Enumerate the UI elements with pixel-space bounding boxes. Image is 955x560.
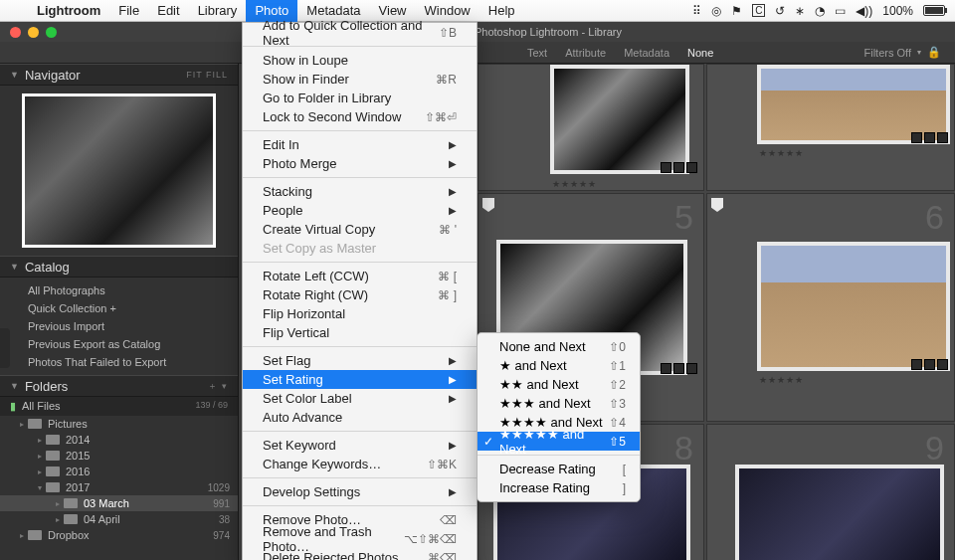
lock-icon[interactable]: 🔒 — [927, 46, 941, 59]
catalog-item[interactable]: Previous Import — [0, 317, 238, 335]
zoom-icon[interactable] — [46, 27, 57, 38]
folder-row[interactable]: ▸2014 — [0, 432, 238, 448]
menu-item[interactable]: Stacking▶ — [243, 182, 477, 201]
volume-icon[interactable]: ◀)) — [856, 4, 872, 18]
thumb-badges[interactable] — [911, 359, 948, 370]
filter-none[interactable]: None — [687, 47, 713, 59]
menu-item[interactable]: Flip Vertical — [243, 323, 477, 342]
disclosure-icon[interactable]: ▸ — [38, 452, 42, 461]
folder-row[interactable]: ▸Pictures — [0, 416, 238, 432]
folder-row[interactable]: ▸03 March991 — [0, 495, 238, 511]
grid-cell[interactable]: ★★★★★ — [706, 64, 955, 191]
disclosure-icon[interactable]: ▸ — [38, 436, 42, 445]
wifi-icon[interactable]: ◔ — [815, 4, 825, 18]
display-icon[interactable]: ▭ — [835, 4, 846, 18]
dropbox-icon[interactable]: ⠿ — [692, 4, 701, 18]
menu-item[interactable]: Rotate Left (CCW)⌘ [ — [243, 267, 477, 285]
navigator-preview[interactable] — [22, 93, 216, 248]
battery-icon[interactable] — [923, 5, 945, 16]
navigator-panel-header[interactable]: ▼ Navigator FIT FILL — [0, 64, 238, 86]
grid-cell[interactable]: 9 — [706, 424, 955, 560]
submenu-item[interactable]: None and Next⇧0 — [478, 337, 640, 356]
menu-item[interactable]: Rotate Right (CW)⌘ ] — [243, 285, 477, 304]
c-icon[interactable]: C — [752, 4, 765, 17]
folder-row[interactable]: ▸Dropbox974 — [0, 527, 238, 543]
disclosure-icon[interactable]: ▾ — [38, 483, 42, 492]
folder-row[interactable]: ▸2015 — [0, 448, 238, 464]
menu-item[interactable]: Set Flag▶ — [243, 351, 477, 370]
volume-all-files[interactable]: ▮ All Files 139 / 69 — [0, 397, 238, 416]
filter-text[interactable]: Text — [527, 47, 547, 59]
submenu-item[interactable]: ★ and Next⇧1 — [478, 356, 640, 375]
filters-off-label[interactable]: Filters Off — [864, 47, 911, 59]
menu-item[interactable]: Set Keyword▶ — [243, 436, 477, 455]
catalog-panel-header[interactable]: ▼ Catalog — [0, 256, 238, 278]
disclosure-icon[interactable]: ▸ — [38, 467, 42, 476]
flag-icon[interactable] — [711, 198, 723, 212]
flame-icon[interactable]: ⚑ — [731, 4, 742, 18]
close-icon[interactable] — [10, 27, 21, 38]
menu-file[interactable]: File — [109, 0, 148, 22]
folder-row[interactable]: ▾20171029 — [0, 479, 238, 495]
catalog-item[interactable]: All Photographs — [0, 281, 238, 299]
menu-help[interactable]: Help — [479, 0, 524, 22]
menu-item[interactable]: Remove and Trash Photo…⌥⇧⌘⌫ — [243, 529, 477, 548]
menu-item[interactable]: Show in Loupe — [243, 51, 477, 70]
bluetooth-icon[interactable]: ∗ — [795, 4, 805, 18]
filter-metadata[interactable]: Metadata — [624, 47, 669, 59]
menu-item[interactable]: Photo Merge▶ — [243, 154, 477, 173]
menu-library[interactable]: Library — [189, 0, 247, 22]
catalog-item[interactable]: Quick Collection + — [0, 299, 238, 317]
flag-icon[interactable] — [482, 198, 494, 212]
cc-icon[interactable]: ◎ — [711, 4, 721, 18]
thumb-badges[interactable] — [661, 162, 697, 173]
menu-item[interactable]: Go to Folder in Library — [243, 89, 477, 107]
app-name[interactable]: Lightroom — [28, 3, 109, 18]
panel-collapse-handle[interactable] — [0, 328, 10, 368]
minimize-icon[interactable] — [28, 27, 39, 38]
disclosure-icon[interactable]: ▸ — [20, 531, 24, 540]
grid-cell[interactable]: ★★★★★ — [478, 64, 704, 191]
menu-item[interactable]: Edit In▶ — [243, 135, 477, 154]
thumbnail[interactable] — [735, 465, 944, 560]
filter-attribute[interactable]: Attribute — [565, 47, 606, 59]
timemachine-icon[interactable]: ↺ — [775, 4, 785, 18]
folder-row[interactable]: ▸2016 — [0, 464, 238, 479]
menu-item[interactable]: Change Keywords…⇧⌘K — [243, 455, 477, 473]
grid-cell[interactable]: 6★★★★★ — [706, 193, 955, 422]
submenu-item[interactable]: ★★★ and Next⇧3 — [478, 394, 640, 413]
folder-row[interactable]: ▸04 April38 — [0, 511, 238, 527]
menu-item[interactable]: Add to Quick Collection and Next⇧B — [243, 23, 477, 42]
add-icon[interactable]: ＋ ▾ — [208, 380, 228, 393]
menu-item[interactable]: Lock to Second Window⇧⌘⏎ — [243, 107, 477, 126]
submenu-item[interactable]: ★★★★★ and Next⇧5 — [478, 432, 640, 451]
rating-stars[interactable]: ★★★★★ — [759, 148, 804, 158]
catalog-item[interactable]: Previous Export as Catalog — [0, 335, 238, 353]
menu-item[interactable]: Create Virtual Copy⌘ ' — [243, 220, 477, 239]
menu-item[interactable]: Show in Finder⌘R — [243, 70, 477, 89]
navigator-tools[interactable]: FIT FILL — [186, 70, 228, 80]
chevron-down-icon[interactable]: ▾ — [917, 48, 921, 57]
menu-item[interactable]: Set Color Label▶ — [243, 389, 477, 408]
menu-item[interactable]: Flip Horizontal — [243, 304, 477, 323]
menu-item[interactable]: Develop Settings▶ — [243, 482, 477, 501]
disclosure-icon[interactable]: ▸ — [56, 499, 60, 508]
submenu-item[interactable]: ★★ and Next⇧2 — [478, 375, 640, 394]
thumb-badges[interactable] — [911, 132, 948, 143]
menu-item[interactable]: Delete Rejected Photos…⌘⌫ — [243, 548, 477, 560]
folders-panel-header[interactable]: ▼ Folders ＋ ▾ — [0, 375, 238, 397]
menu-item[interactable]: Auto Advance — [243, 408, 477, 427]
thumbnail[interactable] — [757, 242, 950, 371]
thumb-badges[interactable] — [661, 363, 697, 374]
rating-stars[interactable]: ★★★★★ — [552, 179, 597, 189]
submenu-item[interactable]: Increase Rating] — [478, 478, 640, 497]
disclosure-icon[interactable]: ▸ — [56, 515, 60, 524]
menu-item[interactable]: People▶ — [243, 201, 477, 220]
rating-stars[interactable]: ★★★★★ — [759, 375, 804, 385]
disclosure-icon[interactable]: ▸ — [20, 420, 24, 429]
thumbnail[interactable] — [550, 65, 689, 174]
catalog-item[interactable]: Photos That Failed to Export — [0, 353, 238, 371]
submenu-item[interactable]: Decrease Rating[ — [478, 460, 640, 478]
menu-edit[interactable]: Edit — [148, 0, 188, 22]
menu-item[interactable]: Set Rating▶ — [243, 370, 477, 389]
